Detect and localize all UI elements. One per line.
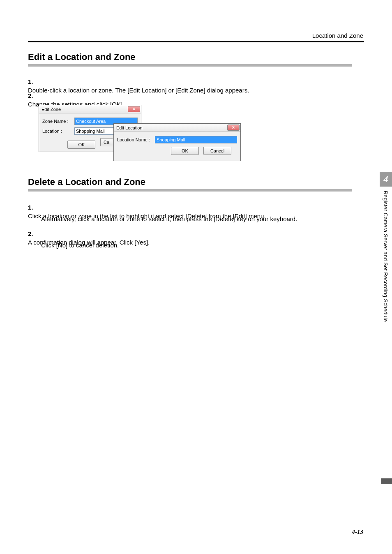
page-number: 4-13: [352, 529, 364, 536]
section-heading-delete: Delete a Location and Zone: [28, 177, 145, 187]
section-rule-edit: [28, 64, 352, 67]
list-number: 1.: [28, 77, 39, 86]
ok-button[interactable]: OK: [67, 141, 95, 149]
cancel-button-clipped[interactable]: Ca: [100, 138, 113, 146]
section-rule-delete: [28, 189, 352, 192]
dialog-title-text: Edit Location: [116, 125, 143, 130]
dialog-title-text: Edit Zone: [42, 107, 61, 112]
close-icon[interactable]: x: [227, 125, 240, 131]
header-rule-thin: [28, 43, 364, 43]
list-number: 2.: [28, 91, 39, 100]
chapter-title-vertical: Register Camera Server and Set Recording…: [383, 191, 389, 322]
section-heading-edit: Edit a Location and Zone: [28, 52, 136, 62]
header-section-label: Location and Zone: [312, 32, 363, 39]
close-icon[interactable]: x: [128, 106, 140, 112]
list-number: 2.: [28, 229, 39, 238]
chapter-side-tab: 4 Register Camera Server and Set Recordi…: [380, 172, 392, 322]
side-end-marker: [381, 478, 392, 484]
ok-button[interactable]: OK: [171, 147, 199, 155]
list-number: 1.: [28, 203, 39, 212]
location-label: Location :: [42, 129, 74, 134]
location-select-value: Shopping Mall: [76, 129, 105, 134]
delete-step-1-sub: Alternatively, click a location or zone …: [41, 215, 352, 222]
dialog-titlebar[interactable]: Edit Zone x: [39, 105, 141, 113]
chapter-number-badge: 4: [380, 172, 392, 187]
zone-name-label: Zone Name :: [42, 119, 74, 124]
header-rule-thick: [28, 41, 364, 42]
location-name-label: Location Name :: [117, 137, 155, 142]
cancel-button[interactable]: Cancel: [203, 147, 231, 155]
edit-location-dialog: Edit Location x Location Name : Shopping…: [113, 123, 241, 161]
dialog-titlebar[interactable]: Edit Location x: [114, 124, 240, 132]
delete-step-2-sub: Click [No] to cancel deletion.: [41, 242, 352, 249]
location-name-input[interactable]: Shopping Mall: [155, 136, 237, 143]
